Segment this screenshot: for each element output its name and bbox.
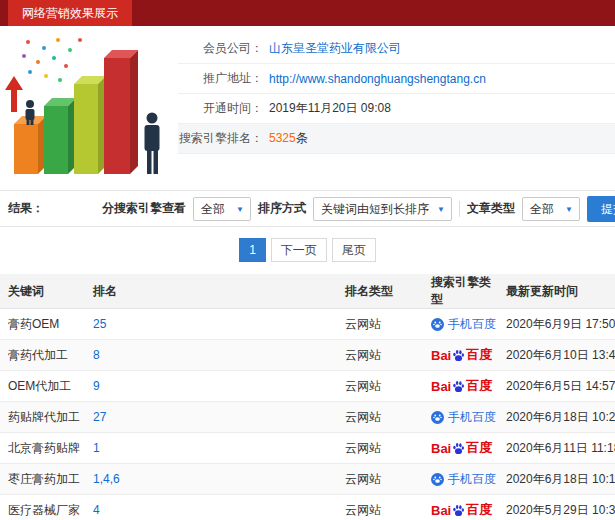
company-link[interactable]: 山东皇圣堂药业有限公司 xyxy=(269,41,401,55)
company-label: 会员公司： xyxy=(178,40,263,57)
updated-cell: 2020年6月18日 10:25 xyxy=(498,402,615,433)
chevron-down-icon: ▼ xyxy=(565,199,573,221)
filter-bar: 结果： 分搜索引擎查看 全部 ▼ 排序方式 关键词由短到长排序 ▼ 文章类型 全… xyxy=(0,190,615,227)
rank-type-cell: 云网站 xyxy=(337,464,423,495)
baidu-paw-icon xyxy=(452,442,465,455)
pagination: 1 下一页 尾页 xyxy=(0,238,615,262)
chevron-down-icon: ▼ xyxy=(437,199,445,221)
table-row: 药贴牌代加工 27 云网站 手机百度 Bai百度 2020年6月18日 10:2… xyxy=(0,402,615,433)
updated-cell: 2020年6月10日 13:40 xyxy=(498,340,615,371)
baidu-logo: Bai百度 xyxy=(431,346,492,364)
page-next-button[interactable]: 下一页 xyxy=(271,238,327,262)
table-row: OEM代加工 9 云网站 手机百度 Bai百度 2020年6月5日 14:57 xyxy=(0,371,615,402)
rank-type-cell: 云网站 xyxy=(337,340,423,371)
submit-button[interactable]: 提交 xyxy=(587,196,615,222)
baidu-logo-latin: Bai xyxy=(431,348,451,363)
rank-cell: 1 xyxy=(85,433,337,464)
keyword-cell: 药贴牌代加工 xyxy=(0,402,85,433)
sort-filter-select[interactable]: 关键词由短到长排序 ▼ xyxy=(313,197,452,221)
article-filter-label: 文章类型 xyxy=(467,200,515,217)
baidu-logo-cn: 百度 xyxy=(466,346,492,364)
engine-cell: 手机百度 Bai百度 xyxy=(423,371,498,402)
info-row-company: 会员公司： 山东皇圣堂药业有限公司 xyxy=(178,34,615,64)
updated-cell: 2020年5月29日 10:32 xyxy=(498,495,615,520)
rank-cell: 9 xyxy=(85,371,337,402)
header-rank-type: 排名类型 xyxy=(337,274,423,309)
baidu-paw-icon xyxy=(452,349,465,362)
mobile-baidu-label: 手机百度 xyxy=(448,471,496,488)
rank-cell: 27 xyxy=(85,402,337,433)
keyword-cell: 膏药OEM xyxy=(0,309,85,340)
table-row: 医疗器械厂家 4 云网站 手机百度 Bai百度 2020年5月29日 10:32 xyxy=(0,495,615,520)
sort-filter-value: 关键词由短到长排序 xyxy=(321,202,429,216)
keyword-cell: OEM代加工 xyxy=(0,371,85,402)
mobile-baidu-badge: 手机百度 xyxy=(431,471,496,488)
baidu-logo-cn: 百度 xyxy=(466,377,492,395)
rank-type-cell: 云网站 xyxy=(337,309,423,340)
mobile-baidu-icon xyxy=(431,473,444,486)
rank-link[interactable]: 25 xyxy=(93,317,106,331)
rank-type-cell: 云网站 xyxy=(337,495,423,520)
engine-rank-label: 搜索引擎排名： xyxy=(178,130,263,147)
engine-cell: 手机百度 Bai百度 xyxy=(423,402,498,433)
results-table: 关键词 排名 排名类型 搜索引擎类型 最新更新时间 膏药OEM 25 云网站 手… xyxy=(0,274,615,520)
page-current[interactable]: 1 xyxy=(239,238,266,262)
mobile-baidu-label: 手机百度 xyxy=(448,409,496,426)
engine-filter-select[interactable]: 全部 ▼ xyxy=(193,197,251,221)
mobile-baidu-icon xyxy=(431,318,444,331)
info-row-open-time: 开通时间： 2019年11月20日 09:08 xyxy=(178,94,615,124)
engine-filter-label: 分搜索引擎查看 xyxy=(102,200,186,217)
bar-chart-illustration xyxy=(0,26,178,186)
header-updated: 最新更新时间 xyxy=(498,274,615,309)
confetti-dots xyxy=(22,38,82,82)
info-row-engine-rank: 搜索引擎排名： 5325条 xyxy=(178,124,615,154)
baidu-logo-cn: 百度 xyxy=(466,439,492,457)
rank-link[interactable]: 4 xyxy=(93,503,100,517)
rank-link[interactable]: 1 xyxy=(93,441,100,455)
info-section: 会员公司： 山东皇圣堂药业有限公司 推广地址： http://www.shand… xyxy=(0,26,615,186)
rank-cell: 1,4,6 xyxy=(85,464,337,495)
filters-group: 分搜索引擎查看 全部 ▼ 排序方式 关键词由短到长排序 ▼ 文章类型 全部 ▼ … xyxy=(102,196,615,222)
businessman-large xyxy=(145,113,160,175)
engine-rank-suffix: 条 xyxy=(296,131,308,145)
baidu-paw-icon xyxy=(452,504,465,517)
baidu-logo: Bai百度 xyxy=(431,501,492,519)
baidu-logo: Bai百度 xyxy=(431,377,492,395)
rank-type-cell: 云网站 xyxy=(337,402,423,433)
rank-cell: 4 xyxy=(85,495,337,520)
rank-cell: 8 xyxy=(85,340,337,371)
tab-marketing-effect[interactable]: 网络营销效果展示 xyxy=(8,0,132,26)
header-engine: 搜索引擎类型 xyxy=(423,274,498,309)
mobile-baidu-label: 手机百度 xyxy=(448,316,496,333)
table-row: 膏药代加工 8 云网站 手机百度 Bai百度 2020年6月10日 13:40 xyxy=(0,340,615,371)
rank-link[interactable]: 8 xyxy=(93,348,100,362)
mobile-baidu-badge: 手机百度 xyxy=(431,409,496,426)
table-row: 枣庄膏药加工 1,4,6 云网站 手机百度 Bai百度 2020年6月18日 1… xyxy=(0,464,615,495)
article-filter-value: 全部 xyxy=(530,202,554,216)
updated-cell: 2020年6月18日 10:19 xyxy=(498,464,615,495)
rank-cell: 25 xyxy=(85,309,337,340)
rank-type-cell: 云网站 xyxy=(337,371,423,402)
info-row-url: 推广地址： http://www.shandonghuangshengtang.… xyxy=(178,64,615,94)
page-last-button[interactable]: 尾页 xyxy=(332,238,376,262)
result-label: 结果： xyxy=(8,200,44,217)
chart-illustration-graphic xyxy=(0,26,175,184)
table-header-row: 关键词 排名 排名类型 搜索引擎类型 最新更新时间 xyxy=(0,274,615,309)
rank-link[interactable]: 27 xyxy=(93,410,106,424)
top-bar: 网络营销效果展示 xyxy=(0,0,615,26)
engine-cell: 手机百度 Bai百度 xyxy=(423,340,498,371)
filter-divider xyxy=(459,201,460,217)
rank-link[interactable]: 1,4,6 xyxy=(93,472,120,486)
article-filter-select[interactable]: 全部 ▼ xyxy=(522,197,580,221)
baidu-logo-latin: Bai xyxy=(431,379,451,394)
sort-filter-label: 排序方式 xyxy=(258,200,306,217)
promotion-url-link[interactable]: http://www.shandonghuangshengtang.cn xyxy=(269,72,486,86)
rank-type-cell: 云网站 xyxy=(337,433,423,464)
rank-link[interactable]: 9 xyxy=(93,379,100,393)
mobile-baidu-badge: 手机百度 xyxy=(431,316,496,333)
baidu-paw-icon xyxy=(452,380,465,393)
engine-cell: 手机百度 Bai百度 xyxy=(423,309,498,340)
engine-cell: 手机百度 Bai百度 xyxy=(423,464,498,495)
open-time-value: 2019年11月20日 09:08 xyxy=(263,100,391,117)
baidu-logo-latin: Bai xyxy=(431,441,451,456)
